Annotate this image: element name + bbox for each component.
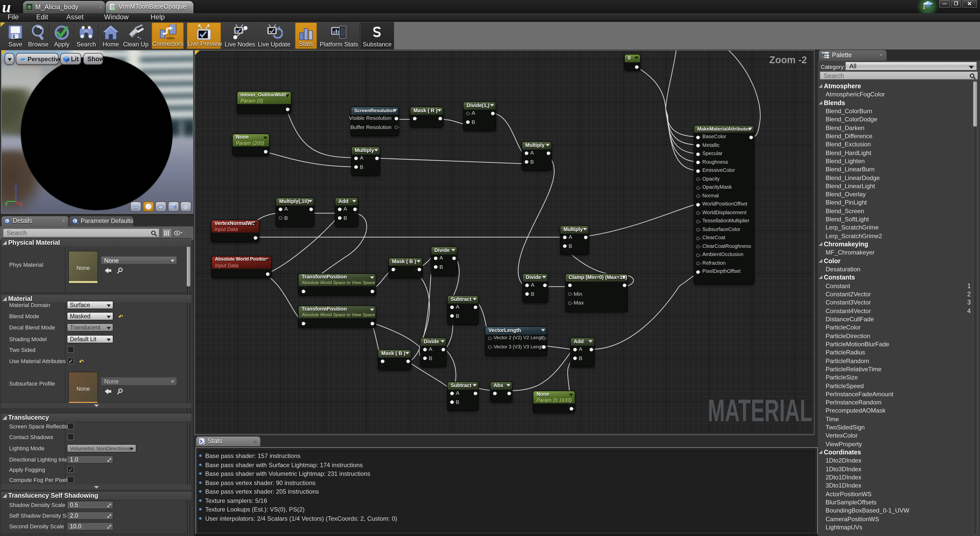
svg-text:Y: Y xyxy=(5,201,8,206)
svg-text:X: X xyxy=(19,201,22,206)
svg-text:i: i xyxy=(74,219,75,223)
svg-text:Z: Z xyxy=(14,185,18,190)
svg-text:u: u xyxy=(2,0,11,13)
svg-text:i: i xyxy=(6,219,7,223)
